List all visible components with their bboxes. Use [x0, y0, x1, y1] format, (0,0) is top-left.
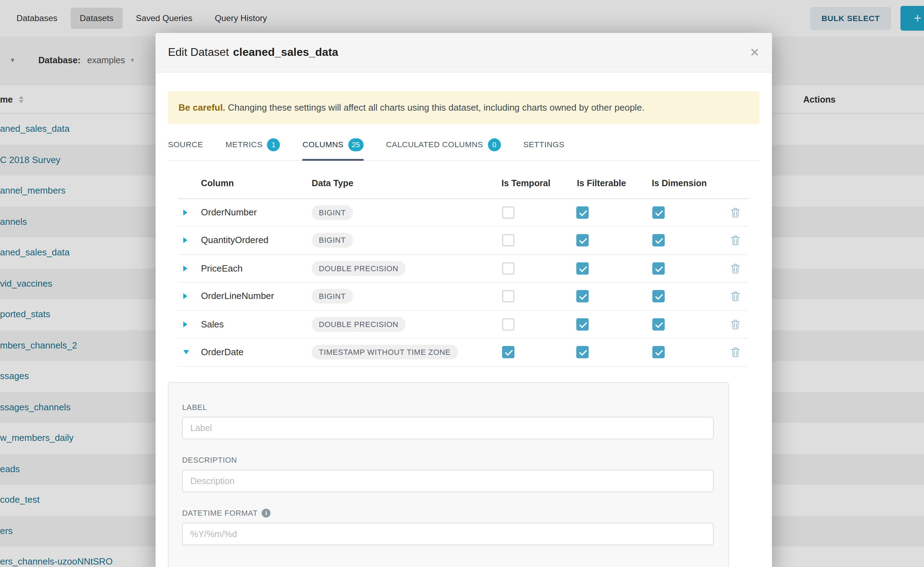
column-header: Column [201, 178, 234, 188]
column-row: OrderLineNumber BIGINT [178, 283, 748, 311]
datetime-format-field-label: DATETIME FORMAT [182, 508, 715, 518]
datetime-format-field: DATETIME FORMAT [182, 508, 715, 545]
is-filterable-checkbox[interactable] [576, 262, 588, 275]
modal-tab-label: SETTINGS [523, 140, 564, 149]
modal-header: Edit Dataset cleaned_sales_data ✕ [155, 33, 772, 72]
modal-title: Edit Dataset cleaned_sales_data [168, 46, 338, 59]
edit-dataset-modal: Edit Dataset cleaned_sales_data ✕ Be car… [155, 33, 772, 567]
data-type-pill: BIGINT [312, 233, 353, 248]
modal-body: Be careful. Changing these settings will… [155, 72, 772, 567]
delete-column-icon[interactable] [731, 235, 740, 246]
is-filterable-header: Is Filterable [577, 178, 626, 188]
expand-caret-icon[interactable] [183, 210, 187, 216]
data-type-pill: DOUBLE PRECISION [312, 317, 405, 332]
is-filterable-checkbox[interactable] [576, 318, 588, 331]
data-type-pill: DOUBLE PRECISION [312, 261, 405, 276]
column-name: OrderNumber [201, 207, 257, 218]
is-dimension-checkbox[interactable] [652, 346, 665, 358]
is-filterable-checkbox[interactable] [576, 206, 588, 219]
tab-count-badge: 0 [488, 138, 501, 151]
is-dimension-checkbox[interactable] [652, 206, 665, 219]
column-row: Sales DOUBLE PRECISION [178, 310, 748, 339]
tab-count-badge: 1 [267, 138, 280, 151]
expand-caret-icon[interactable] [183, 321, 187, 327]
modal-tab-label: CALCULATED COLUMNS [386, 140, 483, 149]
is-filterable-checkbox[interactable] [576, 346, 588, 358]
expand-caret-icon[interactable] [183, 350, 189, 354]
warning-bold: Be careful. [179, 103, 226, 112]
is-dimension-header: Is Dimension [652, 178, 707, 188]
column-row: OrderDate TIMESTAMP WITHOUT TIME ZONE [178, 339, 748, 367]
modal-tab[interactable]: COLUMNS 25 [303, 130, 364, 160]
delete-column-icon[interactable] [731, 291, 740, 302]
is-dimension-checkbox[interactable] [652, 318, 665, 331]
columns-table-body: OrderNumber BIGINT QuantityOrdered BIGIN… [178, 199, 748, 367]
is-temporal-checkbox[interactable] [502, 290, 515, 303]
column-name: Sales [201, 319, 224, 330]
description-field-label: DESCRIPTION [182, 456, 715, 464]
is-temporal-checkbox[interactable] [502, 262, 515, 275]
modal-tab[interactable]: METRICS 1 [226, 130, 280, 160]
is-filterable-checkbox[interactable] [576, 290, 588, 303]
modal-tabs: SOURCE METRICS 1 COLUMNS 25 CALCULATED C… [168, 130, 760, 160]
modal-tab[interactable]: CALCULATED COLUMNS 0 [386, 130, 501, 160]
is-temporal-checkbox[interactable] [502, 206, 515, 219]
expand-caret-icon[interactable] [183, 293, 187, 299]
column-name: PriceEach [201, 263, 242, 274]
delete-column-icon[interactable] [731, 319, 740, 330]
data-type-pill: TIMESTAMP WITHOUT TIME ZONE [312, 345, 458, 360]
is-filterable-checkbox[interactable] [576, 234, 588, 247]
is-dimension-checkbox[interactable] [652, 234, 665, 247]
is-temporal-checkbox[interactable] [502, 318, 515, 331]
dataset-name: cleaned_sales_data [233, 46, 338, 59]
label-input[interactable] [182, 417, 714, 439]
delete-column-icon[interactable] [731, 347, 740, 358]
expand-caret-icon[interactable] [183, 237, 187, 243]
description-input[interactable] [182, 470, 714, 492]
modal-tab[interactable]: SETTINGS [523, 130, 564, 160]
expand-caret-icon[interactable] [183, 266, 187, 272]
column-row: QuantityOrdered BIGINT [178, 227, 748, 255]
datetime-format-input[interactable] [182, 523, 714, 545]
column-row: PriceEach DOUBLE PRECISION [178, 255, 748, 283]
info-icon[interactable] [262, 508, 271, 518]
modal-tab-label: METRICS [226, 140, 262, 149]
label-field-label: LABEL [182, 403, 715, 411]
is-temporal-checkbox[interactable] [502, 234, 515, 247]
delete-column-icon[interactable] [731, 263, 740, 274]
column-row: OrderNumber BIGINT [178, 199, 748, 227]
columns-table: Column Data Type Is Temporal Is Filterab… [178, 160, 748, 367]
is-dimension-checkbox[interactable] [652, 290, 665, 303]
column-name: OrderDate [201, 347, 244, 358]
delete-column-icon[interactable] [731, 207, 740, 218]
columns-table-header: Column Data Type Is Temporal Is Filterab… [178, 160, 748, 199]
data-type-pill: BIGINT [312, 205, 353, 220]
data-type-pill: BIGINT [312, 289, 353, 304]
tab-count-badge: 25 [348, 138, 364, 151]
description-field: DESCRIPTION [182, 456, 715, 492]
column-detail-panel: LABEL DESCRIPTION DATETIME FORMAT [168, 382, 729, 567]
warning-banner: Be careful. Changing these settings will… [168, 92, 760, 124]
close-icon[interactable]: ✕ [749, 46, 760, 58]
is-temporal-checkbox[interactable] [502, 346, 515, 358]
column-name: QuantityOrdered [201, 235, 269, 246]
is-temporal-header: Is Temporal [501, 178, 550, 188]
column-name: OrderLineNumber [201, 291, 274, 302]
modal-tab-label: COLUMNS [303, 140, 344, 149]
is-dimension-checkbox[interactable] [652, 262, 665, 275]
modal-tab[interactable]: SOURCE [168, 130, 203, 160]
warning-text: Changing these settings will affect all … [228, 103, 644, 112]
label-field: LABEL [182, 403, 715, 439]
data-type-header: Data Type [312, 178, 354, 188]
modal-tab-label: SOURCE [168, 140, 203, 149]
